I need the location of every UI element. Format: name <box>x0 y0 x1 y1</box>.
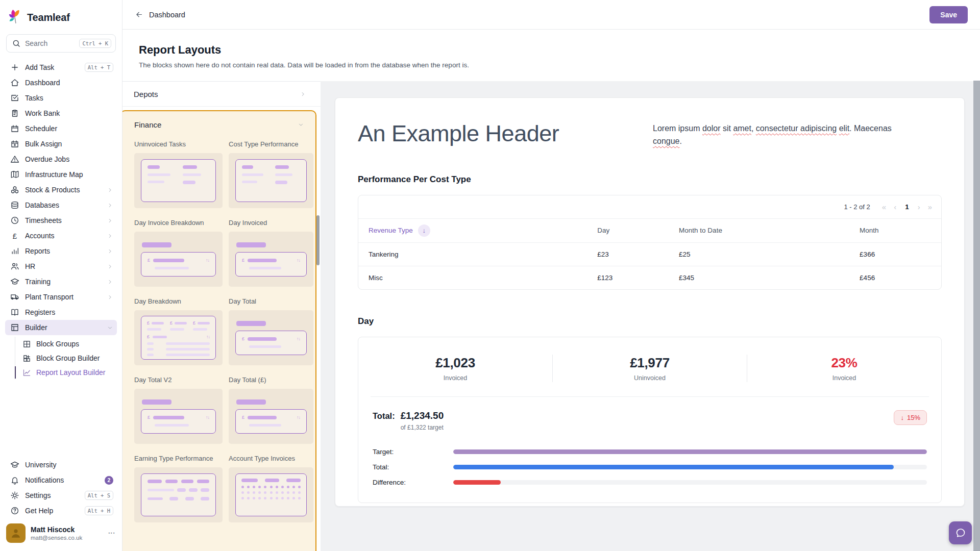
sidebar-item-scheduler[interactable]: Scheduler <box>5 121 117 136</box>
bar-fill <box>453 449 927 454</box>
sidebar-item-reports[interactable]: Reports <box>5 243 117 259</box>
block-card-account-type-invoices[interactable]: Account Type Invoices <box>229 455 313 522</box>
block-preview <box>235 159 307 202</box>
block-label: Day Invoiced <box>229 219 313 227</box>
help-icon <box>10 506 19 515</box>
row-misc: Misc <box>358 266 597 289</box>
user-email: matt@senses.co.uk <box>31 535 82 541</box>
add-task-button[interactable]: Add Task Alt + T <box>5 60 117 75</box>
block-card-day-total[interactable]: Day Total (£) £↑↓ <box>229 376 313 444</box>
block-card-day-invoice-breakdown[interactable]: Day Invoice Breakdown £↑↓ <box>134 219 223 287</box>
section-finance-selected: Finance Uninvoiced Tasks Cost Type Perfo… <box>120 110 316 551</box>
sidebar-item-label: Tasks <box>25 94 113 102</box>
column-header-month[interactable]: Month <box>860 219 941 242</box>
user-profile[interactable]: Matt Hiscock matt@senses.co.uk ⋮ <box>0 518 122 551</box>
sidebar-item-infrastructure-map[interactable]: Infrastructure Map <box>5 167 117 182</box>
block-preview <box>235 473 307 516</box>
book-icon <box>10 308 19 317</box>
block-preview: £↑↓ <box>141 242 216 277</box>
user-menu-button[interactable]: ⋮ <box>108 530 116 537</box>
sidebar-item-accounts[interactable]: £Accounts <box>5 228 117 243</box>
window-scrollbar[interactable] <box>973 81 980 551</box>
sidebar-item-timesheets[interactable]: Timesheets <box>5 213 117 228</box>
sidebar-item-tasks[interactable]: Tasks <box>5 90 117 106</box>
block-tile: £↑↓ <box>134 389 223 444</box>
cost-table: 1 - 2 of 2 « ‹ 1 › » Revenue Type↓DayMon… <box>358 195 942 290</box>
stat-invoiced-0: £1,023 Invoiced <box>358 355 552 382</box>
sidebar-item-dashboard[interactable]: Dashboard <box>5 75 117 90</box>
search-input[interactable] <box>25 39 75 47</box>
chat-button[interactable] <box>949 521 972 544</box>
sidebar-item-university[interactable]: University <box>5 457 117 472</box>
block-card-earning-type-performance[interactable]: Earning Type Performance <box>134 455 223 522</box>
next-page-button[interactable]: › <box>918 203 920 211</box>
content-row: Depots Finance Uninvoiced Tasks Cost Typ… <box>122 81 980 551</box>
sidebar-item-label: Overdue Jobs <box>25 155 113 163</box>
sidebar-item-builder[interactable]: Builder <box>5 320 117 335</box>
sidebar-item-settings[interactable]: SettingsAlt + S <box>5 488 117 503</box>
bar-fill <box>453 465 894 469</box>
section-finance-header[interactable]: Finance <box>121 111 315 136</box>
chevron-right-icon <box>300 91 306 97</box>
sidebar-item-work-bank[interactable]: Work Bank <box>5 106 117 121</box>
block-card-cost-type-performance[interactable]: Cost Type Performance <box>229 140 313 208</box>
block-card-uninvoiced-tasks[interactable]: Uninvoiced Tasks <box>134 140 223 208</box>
chevron-right-icon <box>107 248 113 255</box>
sidebar-item-databases[interactable]: Databases <box>5 197 117 213</box>
prev-page-button[interactable]: ‹ <box>894 203 896 211</box>
row-tankering: Tankering <box>358 242 597 266</box>
sidebar-nav: Add Task Alt + T DashboardTasksWork Bank… <box>0 60 122 518</box>
library-scrollbar[interactable] <box>316 215 320 265</box>
block-card-day-total-v2[interactable]: Day Total V2 £↑↓ <box>134 376 223 444</box>
sidebar-item-bulk-assign[interactable]: Bulk Assign <box>5 136 117 152</box>
last-page-button[interactable]: » <box>928 203 932 211</box>
bar-fill <box>453 480 501 485</box>
save-button[interactable]: Save <box>929 6 968 23</box>
bar-track <box>453 449 927 454</box>
sort-descending-icon[interactable]: ↓ <box>418 224 430 237</box>
block-tile: £↑↓ <box>229 310 313 365</box>
sidebar-item-registers[interactable]: Registers <box>5 305 117 320</box>
sidebar-item-get-help[interactable]: Get HelpAlt + H <box>5 503 117 518</box>
back-to-dashboard-link[interactable]: Dashboard <box>135 10 185 19</box>
misspelled-word: congue <box>653 137 680 145</box>
sidebar-item-label: Infrastructure Map <box>25 170 113 179</box>
sidebar-item-stock-products[interactable]: Stock & Products <box>5 182 117 197</box>
subitem-label: Block Groups <box>36 340 79 348</box>
first-page-button[interactable]: « <box>882 203 886 211</box>
sidebar-item-hr[interactable]: HR <box>5 259 117 274</box>
column-header-month-to-date[interactable]: Month to Date <box>679 219 860 242</box>
block-card-day-total[interactable]: Day Total £↑↓ <box>229 297 313 365</box>
badge-value: 15% <box>907 414 920 421</box>
sidebar-item-label: Databases <box>25 201 101 209</box>
section-depots[interactable]: Depots <box>122 82 321 107</box>
bar-row-target: Target: <box>373 448 927 456</box>
topbar: Dashboard Save <box>122 0 980 30</box>
calendar-icon <box>10 124 19 133</box>
block-card-day-breakdown[interactable]: Day Breakdown £ £ £ £↑↓ <box>134 297 223 365</box>
sidebar-subitem-block-groups[interactable]: Block Groups <box>15 337 117 351</box>
sidebar-item-training[interactable]: Training <box>5 274 117 289</box>
block-grid: Uninvoiced Tasks Cost Type Performance D… <box>121 136 315 533</box>
search-shortcut: Ctrl + K <box>79 39 111 48</box>
sidebar-subitem-block-group-builder[interactable]: Block Group Builder <box>15 351 117 365</box>
subitem-label: Block Group Builder <box>36 354 100 362</box>
block-card-day-invoiced[interactable]: Day Invoiced £↑↓ <box>229 219 313 287</box>
percent-change-badge: ↓ 15% <box>894 410 927 425</box>
sidebar-subitem-report-layout-builder[interactable]: Report Layout Builder <box>15 365 117 380</box>
search-box[interactable]: Ctrl + K <box>6 34 116 53</box>
brand-name: Teamleaf <box>27 12 70 23</box>
sidebar-item-plant-transport[interactable]: Plant Transport <box>5 289 117 305</box>
column-header-revenue-type[interactable]: Revenue Type↓ <box>358 219 597 242</box>
chevron-down-icon <box>298 121 304 128</box>
current-page[interactable]: 1 <box>904 203 910 211</box>
column-header-day[interactable]: Day <box>597 219 679 242</box>
block-preview: £ £ £ £↑↓ <box>141 316 216 360</box>
sidebar-item-overdue-jobs[interactable]: Overdue Jobs <box>5 152 117 167</box>
misspelled-word: dolor <box>702 124 721 133</box>
finance-label: Finance <box>134 120 161 129</box>
users-icon <box>10 262 19 271</box>
table-pagination: 1 - 2 of 2 « ‹ 1 › » <box>358 195 941 219</box>
block-label: Day Total V2 <box>134 376 223 384</box>
sidebar-item-notifications[interactable]: Notifications2 <box>5 472 117 488</box>
